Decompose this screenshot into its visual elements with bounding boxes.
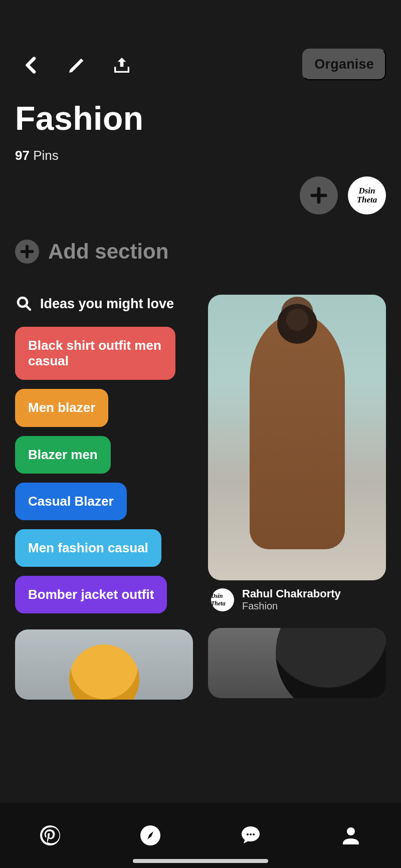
- search-icon: [15, 295, 33, 313]
- idea-tag[interactable]: Blazer men: [15, 436, 111, 474]
- pin-image: [208, 295, 386, 580]
- back-button[interactable]: [9, 50, 54, 80]
- tab-profile[interactable]: [301, 803, 401, 868]
- compass-icon: [138, 823, 162, 847]
- add-section-label: Add section: [48, 240, 168, 264]
- owner-avatar[interactable]: Dsin Theta: [348, 176, 386, 214]
- share-icon: [112, 55, 132, 75]
- pencil-icon: [67, 55, 87, 75]
- chevron-left-icon: [22, 55, 42, 75]
- svg-point-3: [247, 833, 249, 835]
- tab-notifications[interactable]: [200, 803, 301, 868]
- content-right-column: Dsin Theta Rahul Chakraborty Fashion: [208, 295, 386, 803]
- add-section-button[interactable]: Add section: [15, 240, 168, 264]
- idea-tag[interactable]: Bomber jacket outfit: [15, 576, 167, 613]
- svg-point-4: [250, 833, 252, 835]
- plus-icon: [18, 243, 36, 261]
- svg-point-5: [253, 833, 255, 835]
- plus-icon: [309, 185, 329, 205]
- content-left-column: Ideas you might love Black shirt outfit …: [15, 295, 193, 803]
- edit-button[interactable]: [54, 50, 99, 80]
- pin-count: 97 Pins: [15, 148, 59, 163]
- organise-button[interactable]: Organise: [302, 49, 386, 80]
- pin-author-name: Rahul Chakraborty: [242, 587, 341, 600]
- pin-count-number: 97: [15, 148, 30, 163]
- idea-tag[interactable]: Men fashion casual: [15, 529, 161, 567]
- pin-card[interactable]: [15, 629, 193, 700]
- pin-card[interactable]: [208, 628, 386, 698]
- ideas-header: Ideas you might love: [15, 295, 193, 313]
- idea-tag[interactable]: Men blazer: [15, 389, 108, 426]
- pin-card[interactable]: Dsin Theta Rahul Chakraborty Fashion: [208, 295, 386, 612]
- tab-explore[interactable]: [100, 803, 200, 868]
- ideas-heading: Ideas you might love: [40, 296, 174, 312]
- pin-meta: Dsin Theta Rahul Chakraborty Fashion: [208, 587, 386, 612]
- pin-image: [208, 628, 386, 698]
- pin-image: [15, 629, 193, 700]
- plus-circle-icon: [15, 240, 39, 264]
- pin-board-name: Fashion: [242, 600, 341, 612]
- idea-tag[interactable]: Black shirt outfit men casual: [15, 327, 175, 380]
- pin-count-label: Pins: [33, 148, 59, 163]
- pin-author-avatar[interactable]: Dsin Theta: [211, 588, 234, 611]
- content-grid: Ideas you might love Black shirt outfit …: [15, 295, 386, 803]
- home-indicator: [133, 859, 268, 863]
- pinterest-icon: [38, 823, 62, 847]
- tab-bar: [0, 803, 401, 868]
- add-collaborator-button[interactable]: [300, 176, 338, 214]
- share-button[interactable]: [99, 50, 144, 80]
- svg-point-6: [347, 827, 355, 835]
- collaborators-row: Dsin Theta: [300, 176, 386, 214]
- person-icon: [339, 823, 363, 847]
- board-title: Fashion: [15, 99, 144, 137]
- tab-home[interactable]: [0, 803, 100, 868]
- chat-icon: [239, 823, 263, 847]
- idea-tag[interactable]: Casual Blazer: [15, 483, 127, 520]
